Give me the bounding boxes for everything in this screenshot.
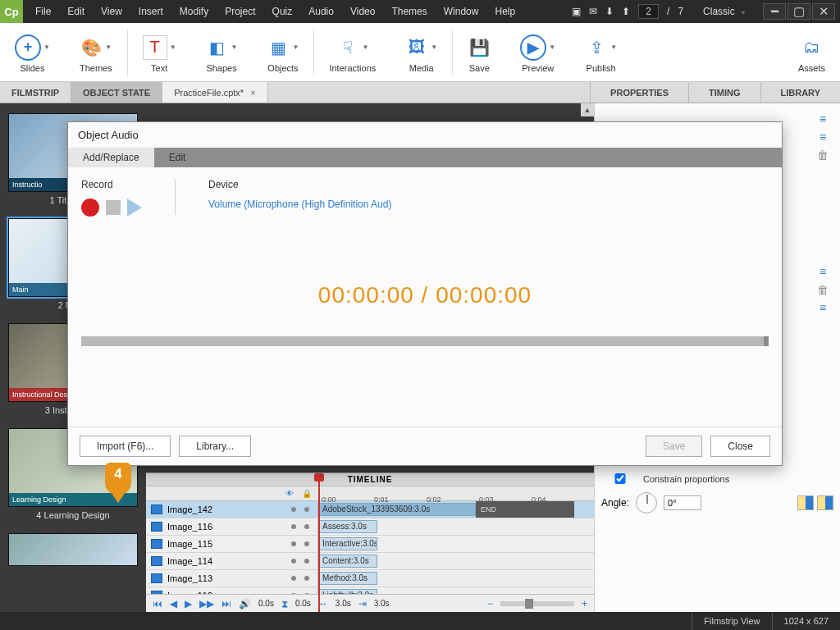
menu-edit[interactable]: Edit (60, 2, 92, 21)
timeline-row[interactable]: Image_116Assess:3.0s (146, 518, 594, 536)
tl-time4: 3.0s (374, 599, 390, 608)
dialog-tab-add[interactable]: Add/Replace (68, 148, 154, 167)
window-minimize[interactable]: ━ (763, 3, 786, 20)
ribbon-themes[interactable]: 🎨▼Themes (65, 23, 127, 81)
timeline-row[interactable]: Image_142AdobeStock_133953609:3.0sEND (146, 501, 594, 518)
ribbon-publish[interactable]: ⇪▼Publish (570, 23, 632, 81)
menu-audio[interactable]: Audio (301, 2, 341, 21)
zoom-out-icon[interactable]: − (487, 598, 493, 609)
timeline-clip[interactable]: Lightbulb:3.0s (318, 589, 377, 594)
library-button[interactable]: Library... (179, 436, 251, 457)
menu-window[interactable]: Window (436, 2, 486, 21)
timeline-clip[interactable]: Assess:3.0s (318, 520, 377, 533)
trash2-icon[interactable]: 🗑 (815, 283, 830, 296)
sync-up-icon[interactable]: ⬆ (622, 6, 630, 17)
stop-button[interactable] (106, 200, 121, 215)
tab-timing[interactable]: TIMING (688, 82, 760, 103)
menu-themes[interactable]: Themes (384, 2, 434, 21)
import-button[interactable]: Import (F6)... (80, 436, 171, 457)
tab-objectstate[interactable]: OBJECT STATE (71, 82, 162, 103)
image-icon (151, 556, 162, 566)
mail-icon[interactable]: ✉ (589, 6, 597, 17)
ribbon-assets[interactable]: 🗂Assets (783, 23, 840, 81)
timeline-panel: TIMELINE 👁🔒 0:00 0:01 0:02 0:03 0:04 Ima… (146, 472, 594, 612)
timecode: 00:00:00 / 00:00:00 (81, 282, 769, 308)
timeline-controls: ⏮ ◀ ▶ ▶▶ ⏭ 🔊 0.0s ⧗ 0.0s ↔ 3.0s ⇥ 3.0s −… (146, 594, 594, 612)
tab-file[interactable]: PracticeFile.cptx*× (162, 82, 267, 103)
close-icon[interactable]: × (250, 88, 255, 98)
dialog-scrollbar[interactable] (81, 336, 769, 346)
play-button[interactable] (127, 199, 142, 217)
angle-input[interactable] (664, 495, 701, 510)
eye-icon[interactable]: 👁 (285, 489, 294, 498)
timeline-row[interactable]: Image_115Interactive:3.0s (146, 536, 594, 553)
list2-icon[interactable]: ≡ (815, 130, 830, 144)
layer-name: Image_113 (167, 573, 212, 583)
slide-thumb-5[interactable] (8, 533, 138, 566)
tl-time2: 0.0s (295, 599, 311, 608)
trash-icon[interactable]: 🗑 (815, 148, 830, 162)
tl-play-icon[interactable]: ▶ (185, 598, 192, 609)
tab-properties[interactable]: PROPERTIES (590, 82, 688, 103)
menu-project[interactable]: Project (217, 2, 262, 21)
tl-marker3-icon[interactable]: ⇥ (358, 598, 367, 609)
window-close[interactable]: ✕ (812, 3, 835, 20)
ribbon-interactions[interactable]: ☟▼Interactions (314, 23, 390, 81)
ribbon-objects[interactable]: ▦▼Objects (253, 23, 314, 81)
tab-filmstrip[interactable]: FILMSTRIP (0, 82, 71, 103)
image-icon (151, 522, 162, 532)
tl-prev-icon[interactable]: ◀ (170, 598, 177, 609)
timeline-row[interactable]: Image_113Method:3.0s (146, 570, 594, 587)
flip-h-icon[interactable] (797, 495, 814, 510)
tab-library[interactable]: LIBRARY (760, 82, 840, 103)
timeline-row[interactable]: Image_112Lightbulb:3.0s (146, 587, 594, 594)
tl-time1: 0.0s (258, 599, 274, 608)
workspace-selector[interactable]: Classic ▼ (703, 6, 746, 17)
sync-down-icon[interactable]: ⬇ (605, 6, 614, 17)
flip-v-icon[interactable] (817, 495, 833, 510)
ribbon-media[interactable]: 🖼▼Media (390, 23, 452, 81)
menu-view[interactable]: View (94, 2, 130, 21)
menu-quiz[interactable]: Quiz (265, 2, 300, 21)
device-link[interactable]: Volume (Microphone (High Definition Aud) (208, 199, 391, 210)
timeline-clip[interactable]: Method:3.0s (318, 572, 377, 585)
timeline-clip[interactable]: Content:3.0s (318, 555, 377, 568)
timeline-row[interactable]: Image_114Content:3.0s (146, 553, 594, 570)
tl-next-icon[interactable]: ▶▶ (199, 598, 214, 609)
ribbon-text[interactable]: T▼Text (128, 23, 191, 81)
tl-marker1-icon[interactable]: ⧗ (281, 598, 288, 609)
menu-file[interactable]: File (28, 2, 58, 21)
ribbon-save[interactable]: 💾Save (453, 23, 505, 81)
status-view: Filmstrip View (692, 612, 771, 630)
menu-modify[interactable]: Modify (172, 2, 216, 21)
list3-icon[interactable]: ≡ (815, 265, 830, 278)
page-current[interactable]: 2 (638, 4, 659, 19)
window-maximize[interactable]: ▢ (788, 3, 810, 20)
list-icon[interactable]: ≡ (815, 112, 830, 126)
lock-icon[interactable]: 🔒 (302, 489, 312, 498)
scroll-up-icon[interactable]: ▲ (581, 103, 594, 116)
tl-first-icon[interactable]: ⏮ (153, 598, 162, 609)
ribbon-slides[interactable]: +▼Slides (0, 23, 65, 81)
playhead[interactable] (318, 501, 320, 594)
timeline-clip[interactable]: AdobeStock_133953609:3.0s (318, 503, 476, 516)
menu-insert[interactable]: Insert (131, 2, 171, 21)
dialog-tab-edit[interactable]: Edit (154, 148, 201, 167)
menu-video[interactable]: Video (343, 2, 382, 21)
zoom-in-icon[interactable]: + (582, 598, 587, 609)
layout-icon[interactable]: ▣ (572, 6, 581, 17)
list4-icon[interactable]: ≡ (815, 301, 830, 314)
close-button[interactable]: Close (710, 436, 770, 457)
timeline-clip[interactable]: Interactive:3.0s (318, 537, 377, 550)
angle-dial[interactable] (636, 492, 657, 514)
ribbon-preview[interactable]: ▶▼Preview (505, 23, 570, 81)
menu-help[interactable]: Help (487, 2, 523, 21)
constrain-checkbox[interactable]: Constrain proportions (601, 473, 833, 484)
tl-last-icon[interactable]: ⏭ (221, 598, 231, 609)
ribbon-shapes[interactable]: ◧▼Shapes (191, 23, 253, 81)
record-button[interactable] (81, 199, 99, 217)
zoom-slider[interactable] (500, 601, 574, 606)
layer-name: Image_116 (167, 522, 212, 532)
tl-mute-icon[interactable]: 🔊 (239, 598, 251, 609)
end-cap: END (476, 501, 574, 518)
